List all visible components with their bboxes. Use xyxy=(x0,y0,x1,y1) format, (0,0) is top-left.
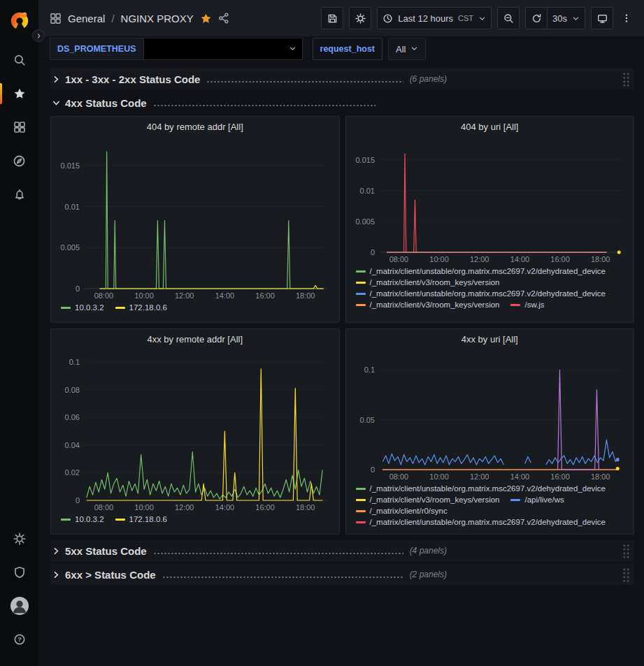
refresh-button[interactable] xyxy=(525,7,548,29)
svg-text:08:00: 08:00 xyxy=(389,472,408,481)
legend-label: /_matrix/client/unstable/org.matrix.msc2… xyxy=(370,289,606,298)
chevron-down-icon xyxy=(478,15,486,22)
legend-item[interactable]: /_matrix/client/unstable/org.matrix.msc2… xyxy=(356,484,606,493)
apps-icon xyxy=(50,13,62,24)
legend-item[interactable]: /_matrix/client/unstable/org.matrix.msc2… xyxy=(356,518,606,526)
legend-item[interactable]: /_matrix/client/unstable/org.matrix.msc2… xyxy=(356,267,606,275)
panel-grid-row-2: 4xx by remote addr [All] 00.020.040.060.… xyxy=(50,328,634,535)
save-icon xyxy=(327,13,338,24)
svg-text:0: 0 xyxy=(76,284,80,293)
legend-item[interactable]: /_matrix/client/unstable/org.matrix.msc2… xyxy=(356,289,606,298)
breadcrumb-title[interactable]: NGINX PROXY xyxy=(121,13,194,24)
legend-swatch xyxy=(510,304,520,306)
drag-handle-dots[interactable] xyxy=(622,567,630,582)
star-icon xyxy=(200,13,212,24)
breadcrumb-section[interactable]: General xyxy=(68,13,105,24)
request-host-variable: request_host All xyxy=(313,38,427,60)
dashboard-content: 1xx - 3xx - 2xx Status Code (6 panels) 4… xyxy=(38,64,644,666)
svg-text:0: 0 xyxy=(370,465,374,474)
row-1xx-3xx-2xx[interactable]: 1xx - 3xx - 2xx Status Code (6 panels) xyxy=(50,68,634,89)
svg-text:0.05: 0.05 xyxy=(359,416,374,424)
drag-handle-dots[interactable] xyxy=(622,544,630,558)
svg-text:18:00: 18:00 xyxy=(590,255,610,263)
tv-mode-button[interactable] xyxy=(591,7,613,29)
datasource-variable: DS_PROMETHEUS xyxy=(50,38,303,60)
sidebar-item-search[interactable] xyxy=(0,43,38,77)
panel-title[interactable]: 4xx by remote addr [All] xyxy=(57,331,334,349)
svg-text:14:00: 14:00 xyxy=(215,291,235,300)
svg-text:18:00: 18:00 xyxy=(296,503,315,512)
svg-text:16:00: 16:00 xyxy=(550,472,570,481)
svg-text:0.08: 0.08 xyxy=(65,386,80,394)
legend-item[interactable]: /api/live/ws xyxy=(510,495,564,504)
svg-text:0.005: 0.005 xyxy=(355,217,375,226)
svg-text:16:00: 16:00 xyxy=(255,503,275,512)
request-host-value-text: All xyxy=(396,44,406,55)
svg-text:?: ? xyxy=(17,635,22,643)
more-options-button[interactable] xyxy=(619,7,634,29)
svg-text:14:00: 14:00 xyxy=(510,472,529,481)
sidebar-item-profile[interactable] xyxy=(0,589,38,623)
svg-text:08:00: 08:00 xyxy=(94,503,114,512)
chart-404-by-remote-addr[interactable]: 00.0050.010.01508:0010:0012:0014:0016:00… xyxy=(57,136,334,301)
legend-swatch xyxy=(356,510,366,512)
bell-icon xyxy=(13,188,26,201)
legend-item[interactable]: /_matrix/client/r0/sync xyxy=(356,507,448,515)
svg-text:10:00: 10:00 xyxy=(429,472,449,481)
breadcrumb: General / NGINX PROXY xyxy=(50,13,229,24)
row-4xx[interactable]: 4xx Status Code xyxy=(50,92,634,113)
sidebar-item-alerting[interactable] xyxy=(0,178,38,211)
panel-grid-row-1: 404 by remote addr [All] 00.0050.010.015… xyxy=(50,116,634,323)
sidebar-item-explore[interactable] xyxy=(0,144,38,178)
legend-item[interactable]: /_matrix/client/v3/room_keys/version xyxy=(356,278,500,287)
sidebar-item-dashboards[interactable] xyxy=(0,110,38,144)
sidebar-item-help[interactable]: ? xyxy=(0,623,38,656)
dashboard-settings-button[interactable] xyxy=(349,7,371,29)
topbar-actions: Last 12 hours CST xyxy=(321,7,634,29)
sidebar-item-starred[interactable] xyxy=(0,77,38,110)
request-host-variable-label[interactable]: request_host xyxy=(313,38,383,60)
refresh-interval-label: 30s xyxy=(552,13,567,24)
help-icon: ? xyxy=(13,633,26,646)
row-title: 1xx - 3xx - 2xx Status Code xyxy=(65,73,200,85)
apps-icon xyxy=(13,121,26,133)
sidebar-item-server-admin[interactable] xyxy=(0,556,38,589)
legend-swatch xyxy=(61,519,71,521)
panel-title[interactable]: 4xx by uri [All] xyxy=(352,331,629,349)
request-host-variable-value[interactable]: All xyxy=(388,38,426,60)
datasource-variable-label[interactable]: DS_PROMETHEUS xyxy=(50,38,143,60)
sidebar-item-configuration[interactable] xyxy=(0,522,38,556)
legend-item[interactable]: /_matrix/client/v3/room_keys/version xyxy=(356,495,500,504)
chart-4xx-by-remote-addr[interactable]: 00.020.040.060.080.108:0010:0012:0014:00… xyxy=(57,349,334,513)
favorite-star-button[interactable] xyxy=(200,13,212,24)
grafana-logo-icon xyxy=(9,10,30,31)
zoom-out-time-button[interactable] xyxy=(497,7,520,29)
chart-404-by-uri[interactable]: 00.0050.010.01508:0010:0012:0014:0016:00… xyxy=(352,136,629,265)
panel-title[interactable]: 404 by remote addr [All] xyxy=(57,118,334,136)
row-5xx[interactable]: 5xx Status Code (4 panels) xyxy=(50,540,634,561)
row-leader-dots xyxy=(153,105,375,106)
legend-item[interactable]: /_matrix/client/v3/room_keys/version xyxy=(356,301,500,309)
share-button[interactable] xyxy=(218,13,229,24)
refresh-interval-picker[interactable]: 30s xyxy=(548,7,585,29)
svg-text:16:00: 16:00 xyxy=(550,255,570,263)
panel-title[interactable]: 404 by uri [All] xyxy=(352,118,629,136)
legend-item[interactable]: 10.0.3.2 xyxy=(61,303,104,312)
legend-item[interactable]: 172.18.0.6 xyxy=(115,515,167,523)
legend-item[interactable]: 172.18.0.6 xyxy=(115,303,167,312)
drag-handle-dots[interactable] xyxy=(622,72,630,87)
chart-4xx-by-uri[interactable]: 00.050.108:0010:0012:0014:0016:0018:00 xyxy=(352,349,629,482)
legend-item[interactable]: /sw.js xyxy=(510,301,544,309)
legend-item[interactable]: 10.0.3.2 xyxy=(61,515,104,523)
grafana-logo[interactable] xyxy=(8,7,31,34)
share-icon xyxy=(218,13,229,24)
svg-text:0.1: 0.1 xyxy=(69,358,80,366)
time-range-picker[interactable]: Last 12 hours CST xyxy=(377,7,492,29)
datasource-variable-value[interactable] xyxy=(143,38,303,60)
legend-label: /_matrix/client/unstable/org.matrix.msc2… xyxy=(370,518,606,526)
save-dashboard-button[interactable] xyxy=(321,7,343,29)
sidebar-expand-button[interactable] xyxy=(32,29,45,42)
time-range-label: Last 12 hours xyxy=(398,13,453,24)
row-6xx[interactable]: 6xx > Status Code (2 panels) xyxy=(50,564,634,585)
svg-text:14:00: 14:00 xyxy=(215,503,235,512)
